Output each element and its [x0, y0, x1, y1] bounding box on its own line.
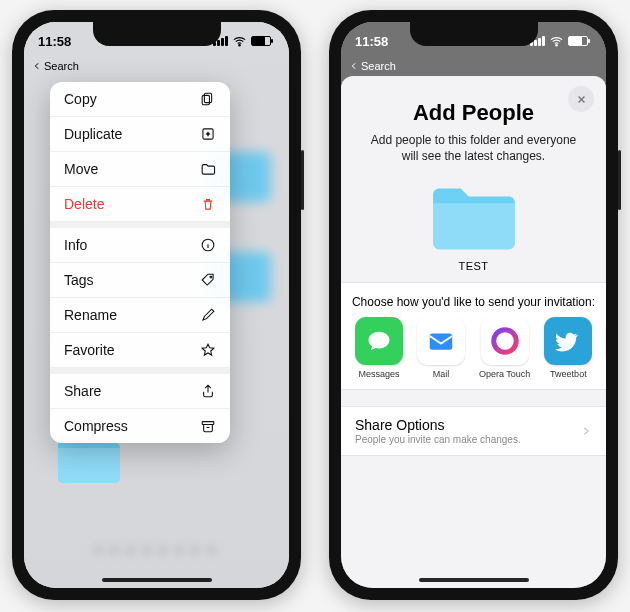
menu-item-delete[interactable]: Delete: [50, 187, 230, 222]
blurred-toolbar: • • • • • • • •: [24, 543, 289, 558]
menu-item-label: Duplicate: [64, 126, 122, 142]
bubble-icon: [355, 317, 403, 365]
menu-item-label: Share: [64, 383, 101, 399]
menu-item-share[interactable]: Share: [50, 368, 230, 409]
share-options-subtitle: People you invite can make changes.: [355, 434, 521, 445]
pencil-icon: [200, 307, 216, 323]
phone-right: 11:58 Search Add People Add people to th…: [329, 10, 618, 600]
battery-icon: [251, 36, 271, 46]
trash-icon: [200, 196, 216, 212]
wifi-icon: [549, 34, 564, 49]
share-sheet: Add People Add people to this folder and…: [341, 76, 606, 588]
notch: [93, 22, 221, 46]
opera-icon: [481, 317, 529, 365]
app-label: Mail: [433, 369, 450, 379]
menu-item-label: Copy: [64, 91, 97, 107]
archive-icon: [200, 418, 216, 434]
mail-icon: [417, 317, 465, 365]
chevron-left-icon: [349, 61, 359, 71]
share-app-operatouch[interactable]: Opera Touch: [479, 317, 530, 379]
info-icon: [200, 237, 216, 253]
chevron-left-icon: [32, 61, 42, 71]
chevron-right-icon: [580, 425, 592, 437]
menu-item-label: Compress: [64, 418, 128, 434]
breadcrumb-label: Search: [361, 60, 396, 72]
app-label: Opera Touch: [479, 369, 530, 379]
wifi-icon: [232, 34, 247, 49]
menu-item-favorite[interactable]: Favorite: [50, 333, 230, 368]
breadcrumb-back[interactable]: Search: [341, 60, 606, 74]
menu-item-label: Delete: [64, 196, 104, 212]
shared-folder: TEST: [341, 182, 606, 272]
breadcrumb-label: Search: [44, 60, 79, 72]
menu-item-move[interactable]: Move: [50, 152, 230, 187]
share-options-row[interactable]: Share Options People you invite can make…: [341, 406, 606, 456]
phone-left: 11:58 Search CopyDuplicateMoveDeleteInfo…: [12, 10, 301, 600]
share-options-title: Share Options: [355, 417, 521, 433]
menu-item-label: Tags: [64, 272, 94, 288]
app-row[interactable]: MessagesMailOpera TouchTweetbot: [341, 317, 606, 389]
sheet-title: Add People: [357, 100, 590, 126]
share-icon: [200, 383, 216, 399]
status-time: 11:58: [355, 34, 388, 49]
share-app-tweetbot[interactable]: Tweetbot: [544, 317, 592, 379]
home-indicator[interactable]: [419, 578, 529, 582]
menu-item-duplicate[interactable]: Duplicate: [50, 117, 230, 152]
close-button[interactable]: [568, 86, 594, 112]
menu-item-rename[interactable]: Rename: [50, 298, 230, 333]
bird-icon: [544, 317, 592, 365]
sheet-subtitle: Add people to this folder and everyone w…: [367, 132, 580, 164]
folder-icon: [426, 182, 522, 256]
tag-icon: [200, 272, 216, 288]
breadcrumb-back[interactable]: Search: [24, 60, 289, 74]
context-menu: CopyDuplicateMoveDeleteInfoTagsRenameFav…: [50, 82, 230, 443]
share-app-mail[interactable]: Mail: [417, 317, 465, 379]
app-label: Messages: [358, 369, 399, 379]
menu-item-label: Rename: [64, 307, 117, 323]
close-icon: [575, 93, 588, 106]
invite-prompt: Choose how you'd like to send your invit…: [349, 295, 598, 309]
svg-rect-8: [430, 334, 453, 350]
copy-icon: [200, 91, 216, 107]
folder-icon: [200, 161, 216, 177]
app-label: Tweetbot: [550, 369, 587, 379]
menu-item-label: Move: [64, 161, 98, 177]
menu-item-label: Info: [64, 237, 87, 253]
menu-item-compress[interactable]: Compress: [50, 409, 230, 443]
star-icon: [200, 342, 216, 358]
menu-item-label: Favorite: [64, 342, 115, 358]
notch: [410, 22, 538, 46]
menu-item-info[interactable]: Info: [50, 222, 230, 263]
menu-item-copy[interactable]: Copy: [50, 82, 230, 117]
svg-point-9: [493, 330, 516, 353]
home-indicator[interactable]: [102, 578, 212, 582]
share-app-messages[interactable]: Messages: [355, 317, 403, 379]
duplicate-icon: [200, 126, 216, 142]
menu-item-tags[interactable]: Tags: [50, 263, 230, 298]
status-time: 11:58: [38, 34, 71, 49]
battery-icon: [568, 36, 588, 46]
folder-name: TEST: [458, 260, 488, 272]
